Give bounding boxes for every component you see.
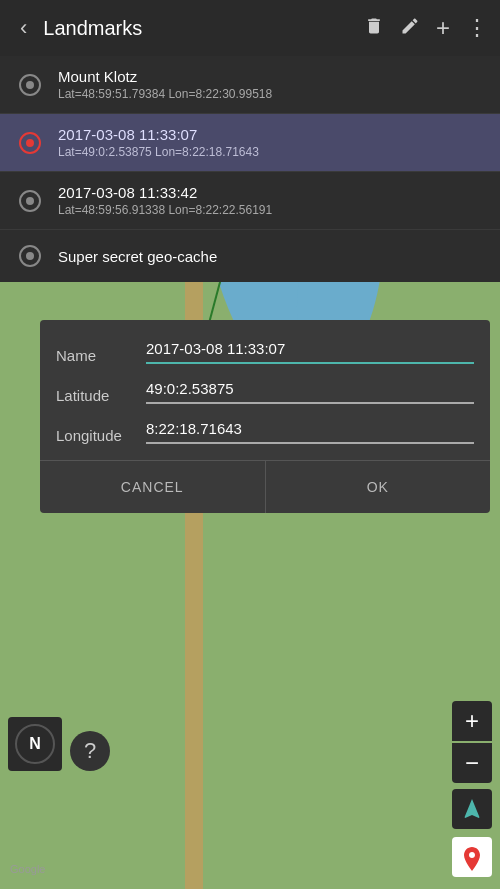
landmark-circle-icon	[19, 245, 41, 267]
dialog-name-label: Name	[56, 347, 146, 364]
dialog-latitude-field[interactable]: 49:0:2.53875	[146, 380, 474, 404]
landmark-dot-icon	[26, 81, 34, 89]
zoom-in-button[interactable]: +	[452, 701, 492, 741]
toolbar-icons: + ⋮	[364, 14, 488, 42]
landmark-name: 2017-03-08 11:33:07	[58, 126, 259, 143]
dialog-name-value: 2017-03-08 11:33:07	[146, 340, 285, 357]
dialog-longitude-value: 8:22:18.71643	[146, 420, 242, 437]
landmark-dot-icon	[26, 197, 34, 205]
landmark-icon	[16, 129, 44, 157]
dialog-name-field[interactable]: 2017-03-08 11:33:07	[146, 340, 474, 364]
help-button[interactable]: ?	[70, 731, 110, 771]
google-maps-button[interactable]	[452, 837, 492, 877]
dialog-buttons: CANCEL OK	[40, 460, 490, 513]
landmark-circle-icon	[19, 190, 41, 212]
landmark-circle-icon	[19, 132, 41, 154]
add-icon[interactable]: +	[436, 14, 450, 42]
list-item[interactable]: Super secret geo-cache	[0, 230, 500, 282]
top-bar: ‹ Landmarks + ⋮	[0, 0, 500, 56]
landmark-circle-icon	[19, 74, 41, 96]
landmark-icon	[16, 71, 44, 99]
landmark-icon	[16, 242, 44, 270]
delete-icon[interactable]	[364, 16, 384, 41]
list-item[interactable]: Mount Klotz Lat=48:59:51.79384 Lon=8:22:…	[0, 56, 500, 114]
zoom-out-button[interactable]: −	[452, 743, 492, 783]
list-item[interactable]: 2017-03-08 11:33:07 Lat=49:0:2.53875 Lon…	[0, 114, 500, 172]
landmark-text: Mount Klotz Lat=48:59:51.79384 Lon=8:22:…	[58, 68, 272, 101]
ok-button[interactable]: OK	[266, 461, 491, 513]
cancel-button[interactable]: CANCEL	[40, 461, 266, 513]
dialog-longitude-label: Longitude	[56, 427, 146, 444]
landmark-dot-icon	[26, 252, 34, 260]
landmark-text: 2017-03-08 11:33:07 Lat=49:0:2.53875 Lon…	[58, 126, 259, 159]
page-title: Landmarks	[43, 17, 356, 40]
dialog-latitude-row: Latitude 49:0:2.53875	[56, 380, 474, 404]
landmark-name: Mount Klotz	[58, 68, 272, 85]
landmark-text: Super secret geo-cache	[58, 248, 217, 265]
more-icon[interactable]: ⋮	[466, 15, 488, 41]
list-item[interactable]: 2017-03-08 11:33:42 Lat=48:59:56.91338 L…	[0, 172, 500, 230]
dialog-name-row: Name 2017-03-08 11:33:07	[56, 340, 474, 364]
landmark-text: 2017-03-08 11:33:42 Lat=48:59:56.91338 L…	[58, 184, 272, 217]
landmark-name: Super secret geo-cache	[58, 248, 217, 265]
landmark-coords: Lat=48:59:51.79384 Lon=8:22:30.99518	[58, 87, 272, 101]
landmark-coords: Lat=49:0:2.53875 Lon=8:22:18.71643	[58, 145, 259, 159]
navigation-button[interactable]	[452, 789, 492, 829]
landmark-coords: Lat=48:59:56.91338 Lon=8:22:22.56191	[58, 203, 272, 217]
dialog-longitude-field[interactable]: 8:22:18.71643	[146, 420, 474, 444]
landmark-icon	[16, 187, 44, 215]
landmark-dot-icon	[26, 139, 34, 147]
edit-dialog: Name 2017-03-08 11:33:07 Latitude 49:0:2…	[40, 320, 490, 513]
landmark-name: 2017-03-08 11:33:42	[58, 184, 272, 201]
dialog-latitude-value: 49:0:2.53875	[146, 380, 234, 397]
google-logo: Google	[10, 863, 45, 875]
compass-inner: N	[15, 724, 55, 764]
back-button[interactable]: ‹	[12, 11, 35, 45]
dialog-longitude-row: Longitude 8:22:18.71643	[56, 420, 474, 444]
edit-icon[interactable]	[400, 16, 420, 41]
compass: N	[8, 717, 62, 771]
dialog-latitude-label: Latitude	[56, 387, 146, 404]
landmark-list: Mount Klotz Lat=48:59:51.79384 Lon=8:22:…	[0, 56, 500, 282]
